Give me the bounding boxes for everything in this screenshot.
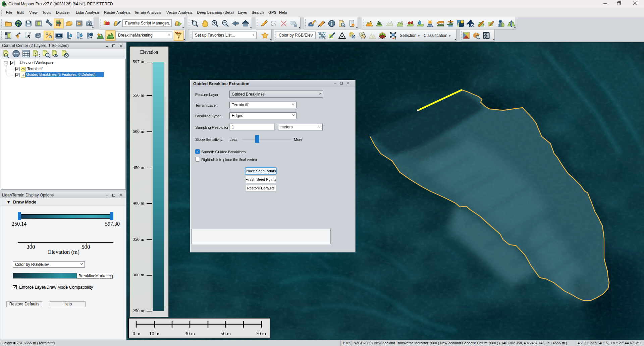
svg-text:30 m: 30 m — [185, 331, 195, 336]
svg-text:50 m: 50 m — [221, 331, 231, 336]
svg-text:10 m: 10 m — [149, 331, 160, 336]
svg-text:70 m: 70 m — [256, 331, 266, 336]
svg-text:0 m: 0 m — [133, 331, 141, 336]
